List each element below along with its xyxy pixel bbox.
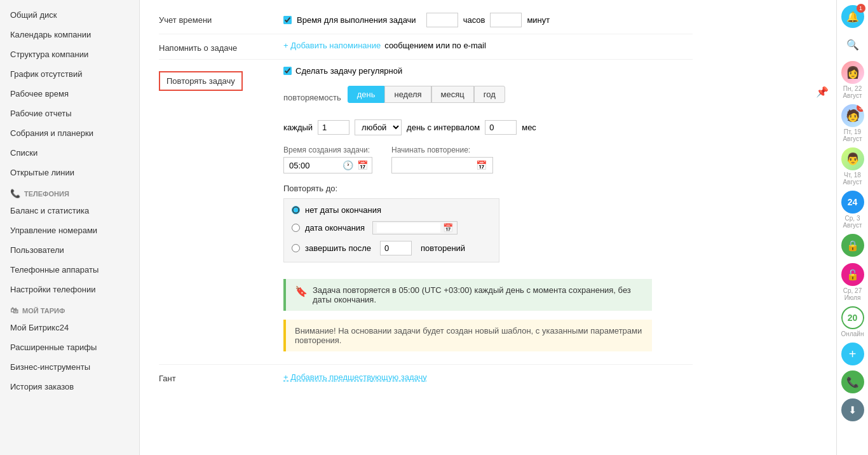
date-label-2: Пт, 19 Август	[837, 128, 868, 142]
every-label: каждый	[283, 123, 313, 132]
radio-group: нет даты окончания дата окончания 📅	[283, 198, 499, 262]
month-unit: мес	[522, 123, 536, 132]
radio-finish-after-input[interactable]	[292, 244, 300, 252]
add-predecessor-link[interactable]: + Добавить предшествующую задачу	[283, 372, 427, 382]
minutes-input[interactable]	[490, 13, 522, 27]
time-tracking-row: Учет времени Время для выполнения задачи…	[159, 6, 693, 34]
finish-after-input[interactable]	[380, 241, 412, 255]
start-repeat-input[interactable]	[397, 161, 473, 170]
pink-lock-group: 🔓 Ср, 27 Июля	[837, 263, 868, 301]
gant-row: Гант + Добавить предшествующую задачу	[159, 365, 693, 390]
repeat-row: Повторять задачу Сделать задачу регулярн…	[159, 60, 693, 365]
day-select[interactable]: любой	[355, 119, 402, 135]
hours-input[interactable]	[426, 13, 458, 27]
clock-icon: 🕐	[342, 160, 353, 170]
add-reminder-link[interactable]: + Добавить напоминание	[283, 41, 381, 50]
repeat-label-text: Повторять задачу	[166, 76, 235, 86]
online-group: 20 Онлайн	[841, 306, 864, 337]
warning-text: Внимание! На основании задачи будет созд…	[295, 326, 642, 345]
reminder-suffix: сообщением или по e-mail	[384, 41, 486, 50]
sidebar-item-telephony-settings[interactable]: Настройки телефонии	[0, 280, 139, 299]
repeat-tab-month[interactable]: месяц	[431, 86, 474, 103]
pink-lock-icon[interactable]: 🔓	[841, 263, 864, 286]
repeat-until-label: Повторять до:	[283, 184, 499, 193]
sidebar-section-telephony: 📞 ТЕЛЕФОНИЯ	[0, 182, 139, 201]
sidebar-item-general-disk[interactable]: Общий диск	[0, 5, 139, 25]
interval-value-input[interactable]	[485, 120, 517, 135]
repeat-checkbox[interactable]	[283, 67, 292, 75]
start-repeat-field: 📅	[391, 157, 493, 173]
phone-button[interactable]: 📞	[841, 370, 864, 393]
repeatability-row: повторяемость день неделя месяц год	[283, 86, 505, 109]
info-icon: 🔖	[295, 285, 308, 297]
notification-icon[interactable]: 🔔 1	[841, 5, 864, 28]
repeatability-label: повторяемость	[283, 93, 341, 102]
sidebar-item-balance-stats[interactable]: Баланс и статистика	[0, 201, 139, 221]
tariff-icon: 🛍	[10, 306, 18, 315]
date-label-3: Чт, 18 Август	[837, 172, 868, 186]
sidebar-item-number-management[interactable]: Управление номерами	[0, 221, 139, 240]
online-badge[interactable]: 20	[841, 306, 864, 329]
end-date-field: 📅	[372, 221, 458, 234]
sidebar-item-order-history[interactable]: История заказов	[0, 377, 139, 397]
phone-icon: 📞	[10, 189, 20, 198]
repeat-tab-day[interactable]: день	[348, 86, 385, 103]
search-icon[interactable]: 🔍	[841, 33, 864, 56]
repeat-tab-year[interactable]: год	[474, 86, 505, 103]
sidebar-item-phones[interactable]: Телефонные аппараты	[0, 260, 139, 280]
start-repeat-label: Начинать повторение:	[391, 146, 493, 154]
avatar-group-2: 🧑 3 Пт, 19 Август	[837, 104, 868, 142]
creation-time-field: 🕐 📅	[283, 157, 372, 173]
gant-label: Гант	[159, 371, 273, 383]
pin-icon-area: 📌	[813, 86, 831, 98]
repeat-tab-week[interactable]: неделя	[384, 86, 431, 103]
sidebar-item-open-lines[interactable]: Открытые линии	[0, 163, 139, 182]
avatar-2[interactable]: 🧑 3	[841, 104, 864, 127]
sidebar-item-absence-schedule[interactable]: График отсутствий	[0, 64, 139, 84]
creation-time-label: Время создания задачи:	[283, 146, 372, 154]
lock-icon[interactable]: 🔒	[841, 234, 864, 257]
calendar-icon3: 📅	[476, 160, 487, 170]
sidebar-item-work-reports[interactable]: Рабочие отчеты	[0, 104, 139, 123]
add-button[interactable]: +	[841, 343, 864, 365]
reminder-label: Напомнить о задаче	[159, 41, 273, 53]
day-interval-label: день с интервалом	[407, 123, 480, 132]
sidebar-item-meetings[interactable]: Собрания и планерки	[0, 123, 139, 143]
repeat-until-section: Повторять до: нет даты окончания дата ок…	[283, 184, 499, 262]
sidebar-item-my-bitrix[interactable]: Мой Битрикс24	[0, 318, 139, 337]
sidebar-item-company-calendar[interactable]: Календарь компании	[0, 25, 139, 44]
download-button[interactable]: ⬇	[841, 398, 864, 421]
time-tracking-label: Учет времени	[159, 13, 273, 25]
radio-end-date-input[interactable]	[292, 224, 300, 232]
every-value-input[interactable]	[318, 120, 349, 135]
avatar-badge-2: 3	[857, 104, 864, 112]
minutes-unit: минут	[527, 15, 550, 25]
sidebar-item-users[interactable]: Пользователи	[0, 240, 139, 260]
end-date-input[interactable]	[377, 223, 440, 233]
sidebar-item-advanced-tariffs[interactable]: Расширенные тарифы	[0, 337, 139, 357]
avatar-1[interactable]: 👩	[841, 61, 864, 84]
time-tracking-value: Время для выполнения задачи часов минут	[283, 13, 693, 27]
sidebar-item-company-structure[interactable]: Структура компании	[0, 44, 139, 64]
online-label: Онлайн	[841, 330, 864, 337]
avatar-group-1: 👩 Пн, 22 Август	[837, 61, 868, 99]
pin-icon[interactable]: 📌	[813, 84, 831, 100]
number-badge-24[interactable]: 24	[841, 191, 864, 214]
creation-time-input[interactable]	[289, 161, 340, 170]
warning-box: Внимание! На основании задачи будет созд…	[283, 320, 652, 351]
avatar-3[interactable]: 👨	[841, 147, 864, 170]
radio-no-end-input[interactable]	[292, 206, 300, 214]
avatar-group-3: 👨 Чт, 18 Август	[837, 147, 868, 186]
repeat-label-box: Повторять задачу	[159, 71, 243, 91]
radio-no-end: нет даты окончания	[292, 205, 491, 215]
date-label-6: Ср, 27 Июля	[837, 287, 868, 301]
radio-end-date-label: дата окончания	[305, 223, 365, 233]
repeat-value-area: Сделать задачу регулярной повторяемость …	[283, 66, 693, 358]
sidebar-item-business-tools[interactable]: Бизнес-инструменты	[0, 357, 139, 377]
time-tracking-checkbox[interactable]	[283, 16, 292, 24]
repeat-tabs: день неделя месяц год	[348, 86, 505, 103]
radio-no-end-label: нет даты окончания	[305, 205, 381, 215]
sidebar-item-work-time[interactable]: Рабочее время	[0, 84, 139, 104]
sidebar-item-lists[interactable]: Списки	[0, 143, 139, 163]
hours-unit: часов	[463, 15, 485, 25]
